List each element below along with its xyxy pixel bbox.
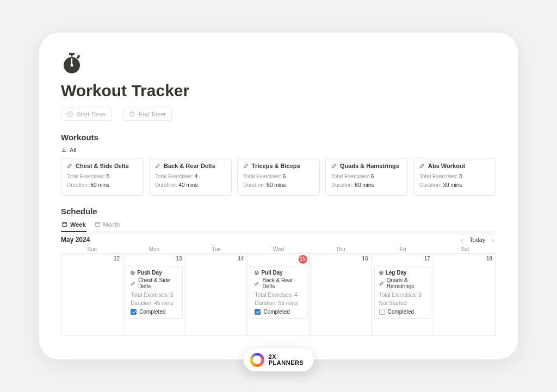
page-title: Workout Tracker <box>61 82 496 100</box>
end-timer-button[interactable]: End Timer <box>123 108 172 121</box>
end-timer-label: End Timer <box>139 111 166 117</box>
workout-card[interactable]: Back & Rear Delts Total Exercises: 4 Dur… <box>149 158 232 196</box>
calendar-grid: 12 13 ◎Push Day Chest & Side Delts Total… <box>61 253 496 335</box>
edit-icon <box>419 163 425 169</box>
schedule-tabs: Week Month <box>61 219 496 232</box>
svg-rect-2 <box>76 54 80 59</box>
completed-checkbox[interactable] <box>131 309 137 315</box>
calendar-date: 14 <box>238 256 244 262</box>
workout-card[interactable]: Chest & Side Delts Total Exercises: 5 Du… <box>61 158 144 196</box>
edit-icon <box>243 163 249 169</box>
event-title: Pull Day <box>261 270 282 276</box>
event-not-started: Not Started <box>379 299 426 307</box>
dow-label: Tue <box>185 246 247 252</box>
schedule-event-card[interactable]: ◎Pull Day Back & Rear Delts Total Exerci… <box>250 266 307 319</box>
target-icon: ◎ <box>255 270 259 275</box>
brand-logo-icon <box>250 353 264 367</box>
workout-card-name: Chest & Side Delts <box>76 163 129 169</box>
calendar-month-label: May 2024 <box>61 236 90 244</box>
completed-checkbox[interactable] <box>255 309 261 315</box>
tab-week-label: Week <box>70 221 86 228</box>
dow-label: Wed <box>247 246 310 252</box>
brand-badge: 2X PLANNERS <box>244 349 314 371</box>
brand-text: 2X PLANNERS <box>269 354 304 366</box>
completed-checkbox[interactable] <box>379 309 385 315</box>
calendar-icon <box>61 221 67 227</box>
event-workout: Quads & Hamstrings <box>387 277 426 289</box>
start-timer-button[interactable]: Start Timer <box>61 108 112 121</box>
dow-label: Mon <box>123 246 185 252</box>
calendar-date: 12 <box>114 256 120 262</box>
svg-rect-7 <box>62 222 66 226</box>
calendar-dow-row: Sun Mon Tue Wed Thu Fri Sat <box>61 246 496 252</box>
clock-icon <box>67 111 73 117</box>
workouts-all-label: All <box>70 147 76 153</box>
dow-label: Sat <box>434 246 496 252</box>
calendar-cell[interactable]: 16 <box>310 254 372 335</box>
event-status-label: Completed <box>388 309 414 315</box>
workout-card[interactable]: Quads & Hamstrings Total Exercises: 6 Du… <box>325 158 408 196</box>
calendar-today-button[interactable]: Today <box>469 237 485 243</box>
event-status-label: Completed <box>139 309 165 315</box>
calendar-cell[interactable]: 15 ◎Pull Day Back & Rear Delts Total Exe… <box>247 254 310 335</box>
edit-icon <box>155 163 161 169</box>
start-timer-label: Start Timer <box>77 111 106 117</box>
timer-buttons: Start Timer End Timer <box>61 108 496 121</box>
target-icon: ◎ <box>379 270 383 275</box>
calendar-cell[interactable]: 13 ◎Push Day Chest & Side Delts Total Ex… <box>123 254 185 335</box>
schedule-event-card[interactable]: ◎Push Day Chest & Side Delts Total Exerc… <box>126 266 183 319</box>
tab-month-label: Month <box>103 221 120 228</box>
calendar-prev-button[interactable]: ‹ <box>459 235 465 244</box>
calendar-date-today: 15 <box>299 255 307 264</box>
dow-label: Thu <box>310 246 372 252</box>
event-workout: Chest & Side Delts <box>138 277 178 289</box>
app-window: Workout Tracker Start Timer End Timer Wo… <box>39 33 518 359</box>
calendar-date: 18 <box>486 256 492 262</box>
calendar-date: 17 <box>424 256 430 262</box>
tab-week[interactable]: Week <box>61 219 86 232</box>
stopwatch-icon <box>61 52 496 76</box>
calendar-date: 13 <box>176 256 182 262</box>
workout-card-name: Abs Workout <box>428 163 465 169</box>
event-title: Push Day <box>137 270 162 276</box>
event-title: Leg Day <box>386 270 407 276</box>
workout-card[interactable]: Abs Workout Total Exercises: 3 Duration:… <box>413 158 496 196</box>
calendar-nav: ‹ Today › <box>459 235 496 244</box>
calendar-next-button[interactable]: › <box>490 235 496 244</box>
svg-rect-5 <box>71 58 72 65</box>
dow-label: Fri <box>372 246 434 252</box>
download-icon <box>61 147 67 153</box>
calendar-cell[interactable]: 17 ◎Leg Day Quads & Hamstrings Total Exe… <box>372 254 434 335</box>
target-icon: ◎ <box>131 270 135 275</box>
tab-month[interactable]: Month <box>94 219 121 232</box>
workout-card[interactable]: Triceps & Biceps Total Exercises: 6 Dura… <box>237 158 320 196</box>
event-workout: Back & Rear Delts <box>262 277 302 289</box>
edit-icon <box>131 281 136 286</box>
calendar-cell[interactable]: 18 <box>434 254 496 335</box>
workouts-section-title: Workouts <box>61 133 496 142</box>
event-status-label: Completed <box>263 309 289 315</box>
refresh-icon <box>129 111 135 117</box>
workout-card-name: Quads & Hamstrings <box>340 163 399 169</box>
calendar-icon <box>95 221 101 227</box>
workout-card-name: Back & Rear Delts <box>164 163 215 169</box>
edit-icon <box>67 163 73 169</box>
schedule-section-title: Schedule <box>61 207 496 216</box>
calendar-cell[interactable]: 12 <box>61 254 123 335</box>
svg-rect-1 <box>71 54 73 57</box>
workout-cards: Chest & Side Delts Total Exercises: 5 Du… <box>61 158 496 196</box>
dow-label: Sun <box>61 246 123 252</box>
edit-icon <box>331 163 337 169</box>
calendar-header: May 2024 ‹ Today › <box>61 235 496 244</box>
workouts-all-tab[interactable]: All <box>61 147 76 153</box>
schedule-event-card[interactable]: ◎Leg Day Quads & Hamstrings Total Exerci… <box>374 266 431 319</box>
workout-card-name: Triceps & Biceps <box>252 163 300 169</box>
edit-icon <box>379 281 385 286</box>
svg-rect-8 <box>95 222 100 226</box>
edit-icon <box>255 281 260 286</box>
calendar-cell[interactable]: 14 <box>185 254 247 335</box>
calendar-date: 16 <box>362 256 368 262</box>
